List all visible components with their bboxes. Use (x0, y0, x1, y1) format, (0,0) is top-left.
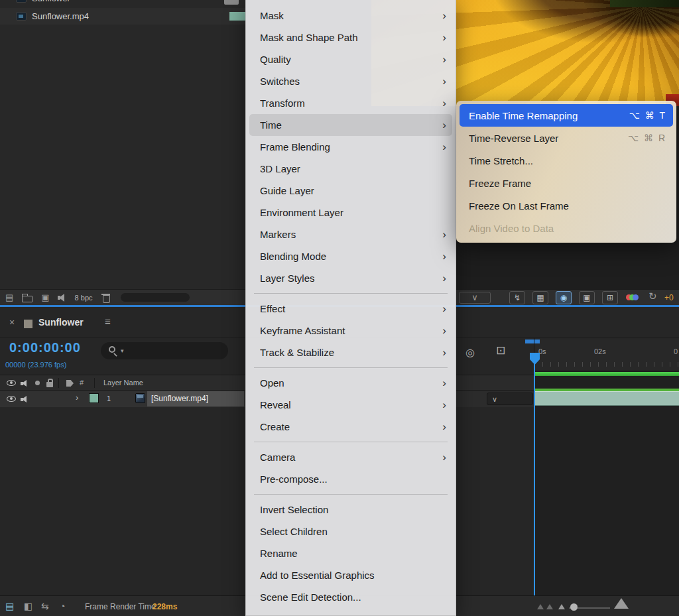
layer-label-swatch[interactable] (89, 393, 99, 403)
layer-name-column[interactable]: Layer Name (103, 379, 143, 387)
label-color-icon[interactable] (66, 380, 74, 387)
transparency-grid-icon[interactable]: ▦ (532, 291, 548, 304)
panel-menu-icon[interactable]: ≡ (105, 316, 111, 327)
menu-item-invert-selection[interactable]: Invert Selection (246, 499, 456, 521)
menu-item-markers[interactable]: Markers› (246, 223, 456, 245)
delete-icon[interactable] (101, 292, 111, 303)
menu-item-3d-layer[interactable]: 3D Layer (246, 158, 456, 180)
layer-number-column[interactable]: # (80, 379, 84, 387)
in-out-pane-icon[interactable]: ⇆ (41, 601, 49, 611)
menu-item-blending-mode[interactable]: Blending Mode› (246, 245, 456, 267)
bit-depth-label[interactable]: 8 bpc (75, 294, 93, 302)
menu-item-mask[interactable]: Mask› (246, 5, 456, 27)
lock-icon[interactable] (46, 382, 53, 387)
choose-grid-icon[interactable]: ⊞ (602, 291, 618, 304)
submenu-item-enable-time-remapping[interactable]: Enable Time Remapping⌥ ⌘ T (460, 104, 673, 127)
exposure-value[interactable]: +0 (664, 293, 674, 302)
layer-duration-bar[interactable] (534, 391, 679, 406)
region-of-interest-icon[interactable]: ▣ (579, 291, 595, 304)
menu-item-rename[interactable]: Rename (246, 542, 456, 564)
render-time-pane-icon[interactable]: ◔ (60, 601, 65, 611)
panel-button[interactable] (224, 0, 239, 5)
toggle-icon[interactable] (546, 604, 553, 609)
scroll-pill[interactable] (121, 293, 190, 302)
menu-item-add-to-essential-graphics[interactable]: Add to Essential Graphics (246, 564, 456, 586)
menu-item-frame-blending[interactable]: Frame Blending› (246, 136, 456, 158)
menu-item-label: Open (260, 377, 284, 389)
eye-icon[interactable] (7, 380, 16, 386)
menu-item-camera[interactable]: Camera› (246, 446, 456, 468)
layer-switches-pane-icon[interactable]: ▤ (5, 601, 14, 611)
menu-item-label: Guide Layer (260, 185, 314, 196)
work-area-start[interactable] (525, 339, 540, 343)
cached-frames-bar (534, 372, 679, 376)
menu-item-label: Scene Edit Detection... (260, 591, 361, 603)
project-item-clipped[interactable]: Sunflower (0, 0, 245, 6)
solo-icon[interactable] (35, 381, 40, 385)
menu-item-open[interactable]: Open› (246, 372, 456, 394)
menu-item-pre-compose[interactable]: Pre-compose... (246, 468, 456, 490)
menu-item-layer-styles[interactable]: Layer Styles› (246, 267, 456, 289)
project-item-sunflower[interactable]: Sunflower.mp4 (0, 8, 245, 25)
submenu-arrow-icon: › (442, 273, 446, 284)
transfer-controls-pane-icon[interactable]: ◧ (24, 601, 32, 611)
timeline-ruler-band[interactable] (534, 339, 679, 371)
expander-icon[interactable]: › (76, 393, 78, 402)
search-box[interactable]: ▾ (101, 342, 228, 359)
submenu-item-align-video-to-data: Align Video to Data (460, 217, 673, 239)
audio-icon[interactable] (21, 395, 29, 403)
color-label-swatch[interactable] (229, 12, 245, 21)
submenu-item-time-stretch[interactable]: Time Stretch... (460, 149, 673, 172)
submenu-item-freeze-on-last-frame[interactable]: Freeze On Last Frame (460, 194, 673, 217)
project-flowchart-icon[interactable]: ▤ (5, 292, 13, 303)
viewer-toolbar: ∨ ↯ ▦ ◉ ▣ ⊞ ↻ +0 (456, 289, 679, 305)
zoom-out-icon[interactable] (558, 604, 565, 609)
graph-editor-icon[interactable]: ⊡ (496, 345, 505, 356)
close-icon[interactable]: × (9, 317, 15, 328)
channels-icon[interactable] (626, 293, 641, 302)
menu-item-keyframe-assistant[interactable]: Keyframe Assistant› (246, 320, 456, 341)
layer-index: 1 (107, 395, 111, 402)
new-folder-icon[interactable] (21, 292, 33, 302)
menu-separator (254, 293, 448, 294)
eye-icon[interactable] (7, 396, 16, 402)
menu-item-reveal[interactable]: Reveal› (246, 394, 456, 416)
menu-item-track-stabilize[interactable]: Track & Stabilize› (246, 341, 456, 363)
audio-icon[interactable] (21, 379, 29, 387)
playhead-line[interactable] (534, 363, 535, 595)
toggle-icon[interactable] (537, 604, 544, 609)
new-composition-icon[interactable]: ▣ (41, 292, 49, 303)
comp-mini-flowchart-icon[interactable]: ◎ (465, 347, 475, 358)
menu-item-mask-and-shape-path[interactable]: Mask and Shape Path› (246, 27, 456, 48)
submenu-item-time-reverse-layer[interactable]: Time-Reverse Layer⌥ ⌘ R (460, 127, 673, 149)
menu-item-transform[interactable]: Transform› (246, 92, 456, 114)
layer-name[interactable]: [Sunflower.mp4] (151, 394, 208, 403)
menu-item-quality[interactable]: Quality› (246, 48, 456, 70)
menu-item-switches[interactable]: Switches› (246, 70, 456, 92)
audio-icon[interactable] (58, 293, 67, 302)
menu-item-select-children[interactable]: Select Children (246, 521, 456, 542)
menu-item-create[interactable]: Create› (246, 416, 456, 438)
divider (94, 378, 95, 388)
tab-title[interactable]: Sunflower (38, 317, 84, 328)
menu-item-scene-edit-detection[interactable]: Scene Edit Detection... (246, 586, 456, 608)
fast-previews-icon[interactable]: ↯ (509, 291, 525, 304)
submenu-arrow-icon: › (442, 97, 446, 109)
menu-item-environment-layer[interactable]: Environment Layer (246, 202, 456, 223)
footage-icon (135, 393, 145, 403)
refresh-icon[interactable]: ↻ (648, 291, 657, 302)
menu-item-guide-layer[interactable]: Guide Layer (246, 180, 456, 202)
zoom-in-icon[interactable] (614, 598, 629, 609)
search-icon (109, 346, 115, 353)
submenu-item-freeze-frame[interactable]: Freeze Frame (460, 172, 673, 194)
layer-row[interactable]: › 1 [Sunflower.mp4] (0, 391, 245, 407)
menu-item-time[interactable]: Time› (249, 114, 452, 136)
context-menu: Mask›Mask and Shape Path›Quality›Switche… (245, 0, 456, 616)
magnification-dropdown[interactable]: ∨ (459, 292, 491, 304)
current-time-display[interactable]: 0:00:00:00 (9, 340, 81, 355)
menu-item-effect[interactable]: Effect› (246, 298, 456, 320)
submenu-item-label: Align Video to Data (469, 223, 554, 234)
mask-outlines-icon[interactable]: ◉ (556, 291, 572, 304)
parent-link-dropdown[interactable]: ∨ (487, 393, 533, 405)
zoom-slider-handle[interactable] (570, 603, 578, 611)
